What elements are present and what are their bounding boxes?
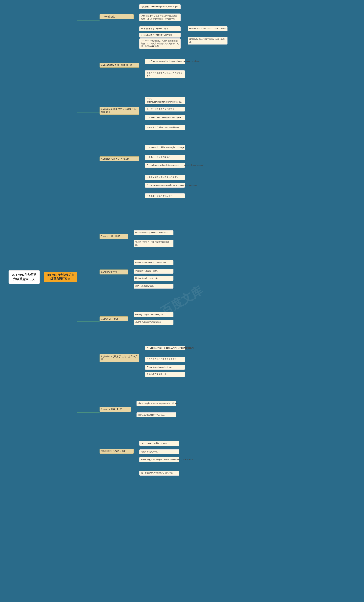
topic3-ex2: Don'tventureintothejunglewithoutaguide. bbox=[145, 115, 185, 120]
topic1-def5: picturesque:既指景色，人物等状如图画般美丽，又可指文艺作品的风格风割… bbox=[139, 38, 181, 49]
topic4-ex2: Thebookwastranslatedintomanyversionssand… bbox=[145, 163, 185, 168]
topic-2: 2.vocabulary n.词汇(量);词汇表 bbox=[99, 63, 139, 67]
topic6-tr2: 他的工作是焊接零件。 bbox=[134, 284, 173, 289]
topic9-tr1: 挪威人生活在比较寒冷的地区。 bbox=[137, 412, 176, 417]
topic-3: 3.venture n.风险投资，风险项目 v.冒险,取于 bbox=[99, 107, 139, 115]
topic8-ex1: We'vealreadymadeitclearthatwewillnotyiel… bbox=[145, 345, 185, 350]
topic5-ex1: Iftheskirtistoobig,wecantakeinthewaist. bbox=[134, 230, 173, 235]
topic-1: 1.vivid.生动的 bbox=[99, 14, 134, 19]
topic7-tr1: 他的冗长的故事听得我直打哈欠。 bbox=[134, 320, 173, 325]
topic2-ex1: Thatifyourvocabularyislimitedyourchances… bbox=[145, 59, 185, 64]
topic2-tr1: 如果你的词汇量不大，你成功的机会也就不多。 bbox=[145, 70, 185, 78]
central-node: 2017年6月大学英六级重点词汇(7) bbox=[9, 270, 40, 284]
topic-9: 9.zone n.地区，区域 bbox=[99, 407, 131, 412]
topic1-def2: vivid:普通用词，侧重有强烈的实际感或逼真感，使人富于想象或留下深刻的印象 bbox=[139, 13, 181, 21]
main-branch-label: 2017年6月大学英语六级重点词汇盘点 bbox=[44, 272, 77, 282]
topic4-ex1: Thenewversionofthisdictionaryisnotinusey… bbox=[145, 145, 185, 150]
topic1-def4: pictorial:渲调产生或制造生动的效果 bbox=[139, 33, 181, 38]
topic6-ex2: Hisjobistoweldpartstogether. bbox=[134, 276, 173, 281]
topic9-ex1: TheNorwegiansliveinacomparativelycoldzon… bbox=[137, 401, 176, 406]
topic8-tr1: 我们已经表明我们不会屈服于压力。 bbox=[145, 357, 185, 362]
topic5-tr1: 要是裙子太大了，我们可以把腰部收紧一些。 bbox=[134, 240, 173, 247]
topic1-def1: 词义辨析：vivid,lively,pictorial,picturesque bbox=[139, 4, 181, 9]
topic8-ex2: Wheatyieldsdoubledlastyear. bbox=[145, 365, 185, 370]
topic4-tr2: 这本书被翻译成多种译文并行销全球。 bbox=[145, 175, 185, 180]
connector-lines bbox=[0, 0, 364, 602]
topic-8: 8.yield vi.(to)屈服于,让出，放弃 n.产量 bbox=[99, 354, 139, 362]
topic1-def3: lively:普通用词，与vivid可通用 bbox=[139, 26, 181, 31]
topic-4: 4.version n.版本，译本;说法 bbox=[99, 156, 139, 161]
topic3-tr1: 高科技产业吸引着许多风险投资。 bbox=[145, 107, 185, 111]
topic1-tr1: 狄更斯的小说中充满了栩栩如生的人物形象。 bbox=[188, 37, 227, 44]
topic10-tr1: 他是军事战略专家。 bbox=[139, 449, 179, 454]
topic1-ex1: Dickens'novelsarefullfofvividcharacteriz… bbox=[188, 26, 227, 31]
topic3-tr2: 如果没有向导,就不要冒险到森林里去。 bbox=[145, 125, 185, 130]
topic-10: 10.strategy n.战略，策略 bbox=[99, 449, 134, 454]
mind-map-container: 百度文库 2017年6月大学英六级重点词汇(7) 2017年6月大学英语六级重点… bbox=[0, 0, 364, 602]
topic-6: 6.weld v./n.焊接 bbox=[99, 269, 128, 274]
topic4-ex3: Thetwonewspapersgavedifferentversionsofw… bbox=[145, 183, 185, 188]
topic-5: 5.waist n.腰，腰部 bbox=[99, 234, 128, 239]
topic6-tr1: 把废弃的工具焊接上车轮。 bbox=[134, 269, 173, 274]
topic10-tr2: 这一策略旨在逐步削弱敌人的抵抗力。 bbox=[139, 471, 179, 476]
topic4-tr3: 两家报纸对发生的事说法不一。 bbox=[145, 194, 185, 198]
topic6-ex1: Weldabandonedtoolsontothewheel. bbox=[134, 260, 173, 265]
topic-7: 7.yawn vi.打哈欠 bbox=[99, 316, 128, 322]
topic7-ex1: Hislongboringstorymademeyawn. bbox=[134, 312, 173, 317]
topic8-tr2: 去年小麦产量翻了一番。 bbox=[145, 372, 185, 377]
topic4-tr1: 这本字典的新版本还未通行。 bbox=[145, 155, 185, 160]
topic10-ex1: Heisanexpertinmilitarystrategy. bbox=[139, 441, 179, 446]
topic10-ex2: Thestrategywasdesignedtoweardowntheenemy… bbox=[139, 457, 179, 462]
topic3-ex1: Thehi-techindustryattractsmuchventurecap… bbox=[145, 97, 185, 104]
